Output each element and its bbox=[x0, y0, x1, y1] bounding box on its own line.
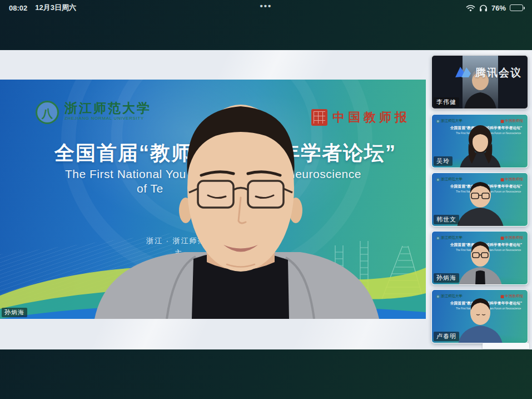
ipad-screen: 08:02 12月3日周六 ••• 76% bbox=[0, 0, 532, 399]
clock: 08:02 bbox=[9, 4, 27, 12]
battery-percent: 76% bbox=[491, 4, 506, 12]
participant-thumbnail-hanshiwen[interactable]: 浙江师范大学 中国教师报 全国首届“教师教育神经科学青年学者论坛” The Fi… bbox=[431, 173, 528, 226]
participant-thumbnail-liweijian[interactable]: 腾讯会议 李伟健 bbox=[431, 55, 528, 109]
participant-name-label: 孙炳海 bbox=[434, 273, 459, 283]
participant-thumbnail-sunbinghai[interactable]: 浙江师范大学 中国教师报 全国首届“教师教育神经科学青年学者论坛” The Fi… bbox=[431, 231, 528, 285]
speaker-video-main[interactable]: 浙江师范大学 ZHEJIANG NORMAL UNIVERSITY 中国教师报 … bbox=[0, 80, 426, 319]
participant-name-label: 卢春明 bbox=[434, 332, 459, 341]
shared-screen-panel: 浙江师范大学 ZHEJIANG NORMAL UNIVERSITY 中国教师报 … bbox=[0, 50, 532, 349]
participant-thumbnail-luchunming[interactable]: 浙江师范大学 中国教师报 全国首届“教师教育神经科学青年学者论坛” The Fi… bbox=[431, 289, 528, 343]
speaker-portrait bbox=[0, 80, 426, 319]
tencent-meeting-watermark: 腾讯会议 bbox=[454, 65, 522, 81]
participant-thumbnail-wuling[interactable]: 浙江师范大学 中国教师报 全国首届“教师教育神经科学青年学者论坛” The Fi… bbox=[431, 114, 528, 168]
participant-name-label: 韩世文 bbox=[434, 215, 459, 224]
date: 12月3日周六 bbox=[35, 3, 76, 13]
participant-name-label: 李伟健 bbox=[434, 97, 459, 107]
participant-name-label: 吴玲 bbox=[434, 156, 453, 166]
tencent-meeting-logo-icon bbox=[454, 65, 472, 81]
wifi-icon bbox=[466, 4, 475, 12]
multitask-dots-indicator[interactable]: ••• bbox=[260, 1, 272, 11]
watermark-label: 腾讯会议 bbox=[475, 66, 522, 80]
thumbnail-peek-partial bbox=[483, 343, 529, 349]
status-bar: 08:02 12月3日周六 ••• 76% bbox=[0, 0, 532, 16]
speaker-name-label: 孙炳海 bbox=[2, 308, 27, 317]
battery-icon bbox=[510, 4, 523, 11]
headset-audio-icon bbox=[479, 4, 488, 12]
